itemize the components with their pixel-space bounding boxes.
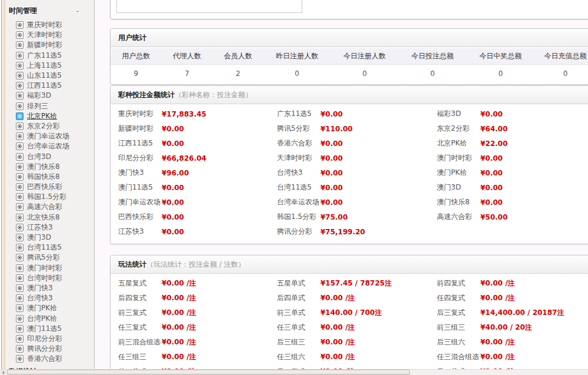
stat-pair-row: 北京PK拾 ¥22.00 — [437, 136, 588, 151]
stat-pair-value: ¥0.00 /注 — [480, 352, 515, 362]
lottery-bullet-icon — [16, 163, 24, 171]
sidebar-item[interactable]: 北京快乐8 — [16, 213, 94, 223]
sidebar-item-label: 澳门快3 — [27, 283, 53, 293]
stat-pair-row: 前三组三 ¥40.00 / 20注 — [437, 320, 588, 335]
stat-pair-name: 腾讯分分彩 — [277, 227, 320, 237]
sidebar-item[interactable]: 新疆时时彩 — [16, 40, 94, 50]
stat-pair-row: 任三混合组选 ¥0.00 /注 — [437, 350, 588, 364]
stats-column-header: 用户总数 — [111, 48, 162, 64]
sidebar-item-label: 北京快乐8 — [27, 213, 60, 223]
horizontal-scrollbar[interactable] — [0, 369, 588, 375]
scroll-left-arrow-icon[interactable] — [1, 370, 6, 375]
stat-pair-name: 任三组六 — [277, 352, 320, 362]
stat-pair-row: 任三复式 ¥0.00 /注 — [118, 320, 277, 335]
sidebar-item-label: 巴西快乐彩 — [27, 182, 62, 192]
sidebar-item[interactable]: 台湾时时彩 — [16, 273, 94, 283]
sidebar-item[interactable]: 台湾11选5 — [16, 243, 94, 253]
stats-value: 0 — [263, 65, 330, 84]
stat-pair-value: ¥0.00 /注 — [320, 323, 355, 333]
lottery-bullet-icon — [16, 304, 24, 312]
user-stats-header: 用户统计 — [111, 29, 588, 47]
stat-pair-name: 后四单式 — [277, 293, 320, 303]
sidebar-item[interactable]: 澳门快乐8 — [16, 162, 94, 172]
sidebar-item[interactable]: 排列三 — [16, 101, 94, 111]
sidebar-item[interactable]: 山东11选5 — [16, 71, 94, 81]
stat-pair-row: 台湾幸运农场 ¥0.00 — [277, 195, 437, 210]
sidebar-item[interactable]: 澳门11选5 — [16, 324, 94, 334]
lottery-bullet-icon — [16, 41, 24, 49]
stat-pair-row: 重庆时时彩 ¥17,883.45 — [118, 107, 277, 121]
sidebar-item-label: 北京PK拾 — [27, 111, 57, 121]
sidebar-item-label: 澳门快乐8 — [27, 162, 60, 172]
stat-pair-name: 任三单式 — [277, 323, 320, 333]
sidebar: 时间管理 - 重庆时时彩 天津时时彩 新疆时时彩 广东11选5 上海11选5 山… — [6, 0, 95, 375]
sidebar-item[interactable]: 韩国快乐8 — [16, 172, 94, 182]
stat-pair-name: 北京PK拾 — [437, 138, 480, 148]
sidebar-item[interactable]: 腾讯5分彩 — [16, 253, 94, 263]
sidebar-item[interactable]: 澳门幸运农场 — [16, 131, 94, 141]
sidebar-item-label: 重庆时时彩 — [27, 20, 62, 30]
stat-pair-row: 广东11选5 ¥0.00 — [277, 107, 437, 121]
lottery-bets-header: 彩种投注金额统计（彩种名称：投注金额） — [111, 86, 588, 104]
sidebar-item[interactable]: 澳门时时彩 — [16, 263, 94, 273]
sidebar-item[interactable]: 韩国1.5分彩 — [16, 192, 94, 202]
user-stats-title: 用户统计 — [118, 34, 146, 42]
stat-pair-row: 澳门快3 ¥96.00 — [118, 165, 277, 180]
stat-pair-row: 东京2分彩 ¥64.00 — [437, 121, 588, 136]
stat-pair-value: ¥0.00 — [162, 198, 184, 207]
top-panel-input-box[interactable] — [116, 0, 302, 13]
lottery-bullet-icon — [16, 72, 24, 79]
stat-pair-row: 后三组三 ¥0.00 /注 — [277, 335, 437, 350]
lottery-bullet-icon — [16, 193, 24, 201]
sidebar-item[interactable]: 上海11选5 — [16, 61, 94, 71]
sidebar-item[interactable]: 澳门快3 — [16, 283, 94, 293]
sidebar-item[interactable]: 台湾3D — [16, 151, 94, 161]
sidebar-item-label: 广东11选5 — [27, 51, 62, 61]
scrollbar-thumb[interactable] — [7, 370, 410, 375]
stat-pair-name: 台湾快3 — [277, 168, 320, 178]
sidebar-item[interactable]: 台湾PK拾 — [16, 313, 94, 323]
sidebar-item[interactable]: 福彩3D — [16, 91, 94, 101]
lottery-bullet-icon — [16, 92, 24, 99]
stat-pair-row: 前三混合组选 ¥0.00 /注 — [118, 335, 277, 350]
sidebar-item[interactable]: 香港六合彩 — [16, 354, 94, 364]
sidebar-item[interactable]: 印尼分分彩 — [16, 334, 94, 344]
sidebar-item[interactable]: 澳门PK拾 — [16, 303, 94, 313]
stats-value: 2 — [212, 65, 263, 84]
stat-pair-name: 新疆时时彩 — [118, 124, 162, 134]
sidebar-item[interactable]: 台湾幸运农场 — [16, 141, 94, 151]
lottery-bullet-icon — [16, 294, 24, 302]
sidebar-item[interactable]: 广东11选5 — [16, 51, 94, 61]
sidebar-item[interactable]: 巴西快乐彩 — [16, 182, 94, 192]
sidebar-item[interactable]: 澳门3D — [16, 233, 94, 243]
stat-pair-row: 福彩3D ¥0.00 — [437, 107, 588, 121]
lottery-bets-title: 彩种投注金额统计 — [118, 91, 175, 99]
stat-pair-value: ¥50.00 — [480, 213, 507, 221]
sidebar-item[interactable]: 台湾快3 — [16, 293, 94, 303]
sidebar-item-label: 高速六合彩 — [27, 202, 62, 212]
sidebar-item[interactable]: 腾讯分分彩 — [16, 344, 94, 354]
stats-column-header: 今日中奖总额 — [466, 48, 534, 64]
sidebar-item[interactable]: 东京2分彩 — [16, 121, 94, 131]
stat-pair-name: 台湾幸运农场 — [277, 197, 320, 207]
sidebar-item[interactable]: 重庆时时彩 — [16, 20, 94, 30]
collapse-section-button[interactable]: - — [76, 8, 79, 14]
lottery-bullet-icon — [16, 21, 24, 29]
stat-pair-name: 澳门快乐8 — [437, 197, 480, 207]
stats-column-header: 今日注册人数 — [330, 48, 399, 64]
sidebar-item[interactable]: 天津时时彩 — [16, 30, 94, 40]
stat-pair-name: 前三复式 — [118, 308, 162, 318]
sidebar-item[interactable]: 江西11选5 — [16, 81, 94, 91]
stat-pair-value: ¥0.00 — [480, 154, 503, 162]
sidebar-item-label: 印尼分分彩 — [27, 334, 62, 344]
sidebar-item[interactable]: 高速六合彩 — [16, 202, 94, 212]
stat-pair-column: 重庆时时彩 ¥17,883.45 新疆时时彩 ¥0.00 江西11选5 ¥0.0… — [118, 107, 277, 239]
lottery-bullet-icon — [16, 153, 24, 161]
sidebar-item[interactable]: 江苏快3 — [16, 223, 94, 233]
user-stats-values-row: 97200000 — [111, 65, 588, 84]
lottery-bullet-icon — [16, 82, 24, 89]
sidebar-item[interactable]: 北京PK拾 — [16, 111, 94, 121]
stat-pair-value: ¥0.00 — [480, 184, 503, 192]
stat-pair-row: 印尼分分彩 ¥66,826.04 — [118, 151, 277, 165]
sidebar-item-label: 台湾幸运农场 — [27, 141, 69, 151]
